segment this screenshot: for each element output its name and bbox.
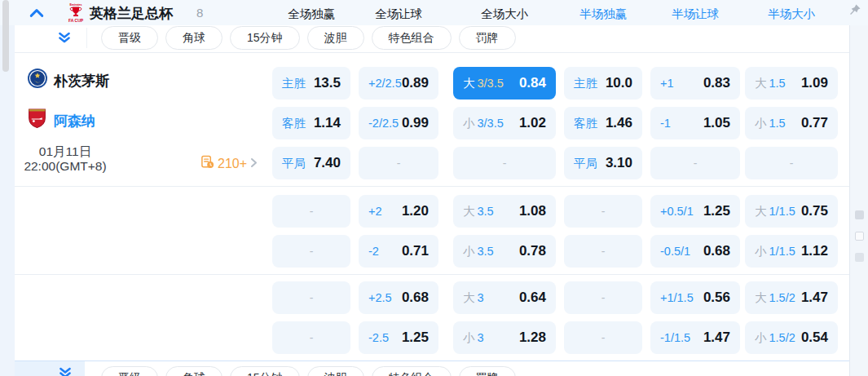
odds-cell[interactable]: 小3.50.78 bbox=[453, 235, 556, 268]
divider bbox=[15, 52, 849, 53]
odds-label-group: 小1.5/2 bbox=[755, 330, 795, 346]
filter-pill[interactable]: 晋级 bbox=[101, 26, 158, 50]
filter-pill[interactable]: 波胆 bbox=[307, 366, 364, 376]
odds-cell[interactable]: +21.20 bbox=[359, 195, 438, 228]
expand-all-button[interactable] bbox=[57, 30, 72, 45]
market-header[interactable]: 全场大小 bbox=[481, 7, 528, 22]
odds-cell[interactable]: 大3.51.08 bbox=[453, 195, 556, 228]
filter-pill[interactable]: 角球 bbox=[165, 26, 223, 50]
odds-line-label: 主胜 bbox=[574, 76, 597, 91]
pin-button[interactable] bbox=[848, 3, 861, 16]
odds-cell[interactable]: +0.5/11.25 bbox=[650, 195, 740, 228]
odds-value: 0.78 bbox=[519, 243, 546, 259]
filter-pill[interactable]: 特色组合 bbox=[372, 366, 452, 376]
filter-pill[interactable]: 特色组合 bbox=[372, 26, 452, 50]
right-rail-tool-icon[interactable] bbox=[855, 232, 864, 241]
right-rail bbox=[849, 25, 868, 376]
odds-cell[interactable]: 小1/1.51.12 bbox=[745, 235, 838, 268]
odds-line-label: -1/1.5 bbox=[660, 331, 690, 344]
odds-value: 0.54 bbox=[801, 330, 828, 346]
odds-line-label: 3 bbox=[478, 291, 484, 304]
divider bbox=[15, 274, 849, 275]
collapse-league-button[interactable] bbox=[29, 7, 44, 19]
odds-label-group: 大1.5 bbox=[755, 76, 786, 91]
odds-value: 1.12 bbox=[801, 243, 828, 259]
odds-cell[interactable]: 小3/3.51.02 bbox=[453, 107, 556, 139]
odds-cell[interactable]: -2/2.50.99 bbox=[359, 107, 438, 139]
market-header[interactable]: 半场让球 bbox=[672, 7, 719, 22]
odds-cell[interactable]: 客胜1.14 bbox=[272, 107, 350, 139]
empty-dash: - bbox=[601, 331, 606, 344]
odds-cell[interactable]: 主胜10.0 bbox=[564, 67, 642, 100]
odds-cell[interactable]: -20.71 bbox=[359, 235, 438, 268]
odds-cell-empty: - bbox=[272, 195, 350, 228]
odds-value: 1.47 bbox=[801, 290, 828, 306]
home-team-crest-icon bbox=[27, 68, 48, 92]
odds-label-group: 平局 bbox=[282, 156, 306, 171]
expand-all-button[interactable] bbox=[58, 365, 73, 376]
match-datetime: 01月11日 22:00(GMT+8) bbox=[19, 144, 112, 173]
odds-cell[interactable]: 小1.50.77 bbox=[745, 107, 838, 139]
odds-cell[interactable]: -11.05 bbox=[650, 107, 740, 139]
odds-cell[interactable]: -1/1.51.47 bbox=[650, 321, 740, 354]
odds-cell[interactable]: -2.51.25 bbox=[359, 321, 438, 354]
market-header[interactable]: 半场独赢 bbox=[579, 7, 627, 22]
over-under-prefix: 大 bbox=[755, 290, 767, 306]
pin-icon bbox=[848, 5, 861, 19]
odds-cell[interactable]: 大1.51.09 bbox=[745, 67, 838, 100]
odds-cell[interactable]: 大1.5/21.47 bbox=[745, 281, 838, 314]
filter-pill[interactable]: 罚牌 bbox=[459, 26, 516, 50]
odds-cell[interactable]: -0.5/10.68 bbox=[650, 235, 740, 268]
odds-cell[interactable]: +2.50.68 bbox=[359, 281, 438, 314]
filter-pill[interactable]: 15分钟 bbox=[230, 366, 300, 376]
filter-pill[interactable]: 晋级 bbox=[101, 366, 158, 376]
odds-line-label: +2.5 bbox=[368, 291, 392, 304]
odds-cell[interactable]: 大30.64 bbox=[453, 281, 556, 314]
market-header[interactable]: 全场独赢 bbox=[288, 7, 335, 22]
odds-cell[interactable]: 大1/1.50.75 bbox=[745, 195, 838, 228]
odds-cell[interactable]: +2/2.50.89 bbox=[359, 67, 438, 100]
odds-value: 1.47 bbox=[703, 330, 730, 346]
odds-value: 0.89 bbox=[402, 75, 429, 91]
odds-line-label: +1/1.5 bbox=[660, 291, 694, 304]
odds-cell[interactable]: 平局7.40 bbox=[272, 147, 350, 179]
filter-pill[interactable]: 波胆 bbox=[307, 26, 364, 50]
right-rail-tool-icon[interactable] bbox=[855, 210, 864, 219]
market-header[interactable]: 半场大小 bbox=[768, 7, 815, 22]
match-count-badge: 8 bbox=[196, 6, 203, 20]
odds-cell[interactable]: 主胜13.5 bbox=[272, 67, 350, 100]
divider bbox=[15, 186, 849, 187]
over-under-prefix: 大 bbox=[755, 76, 767, 91]
filter-pill[interactable]: 罚牌 bbox=[459, 366, 516, 376]
odds-cell-empty: - bbox=[453, 147, 556, 179]
empty-dash: - bbox=[694, 157, 698, 170]
odds-value: 1.14 bbox=[314, 115, 341, 131]
odds-label-group: -1/1.5 bbox=[660, 331, 690, 344]
away-team-row[interactable]: 阿森纳 bbox=[16, 108, 261, 140]
chevron-right-icon bbox=[250, 157, 258, 171]
odds-cell[interactable]: 平局3.10 bbox=[564, 147, 642, 179]
odds-cell[interactable]: +1/1.50.56 bbox=[650, 281, 740, 314]
odds-value: 1.05 bbox=[703, 115, 730, 131]
odds-cell[interactable]: 小31.28 bbox=[453, 321, 556, 354]
odds-cell[interactable]: 小1.5/20.54 bbox=[745, 321, 838, 354]
right-rail-tool-icon[interactable] bbox=[855, 253, 864, 262]
odds-label-group: +1 bbox=[660, 77, 674, 90]
odds-value: 1.25 bbox=[703, 203, 730, 219]
market-header[interactable]: 全场让球 bbox=[375, 7, 422, 22]
double-chevron-down-icon bbox=[57, 33, 72, 47]
home-team-row[interactable]: 朴茨茅斯 bbox=[16, 68, 261, 100]
odds-value: 0.68 bbox=[703, 243, 730, 259]
odds-line-label: +2 bbox=[368, 205, 382, 218]
odds-cell[interactable]: 客胜1.46 bbox=[564, 107, 642, 139]
filter-pill[interactable]: 15分钟 bbox=[230, 26, 300, 50]
scrollbar-thumb[interactable] bbox=[2, 0, 9, 72]
more-markets-link[interactable]: 210+ bbox=[200, 155, 258, 172]
filter-pill[interactable]: 角球 bbox=[165, 366, 223, 376]
odds-cell[interactable]: +10.83 bbox=[650, 67, 740, 100]
odds-value: 0.75 bbox=[801, 203, 828, 219]
odds-label-group: +1/1.5 bbox=[660, 291, 694, 304]
odds-cell[interactable]: 大3/3.50.84 bbox=[453, 67, 556, 100]
empty-dash: - bbox=[310, 245, 314, 258]
odds-line-label: 客胜 bbox=[282, 116, 306, 131]
